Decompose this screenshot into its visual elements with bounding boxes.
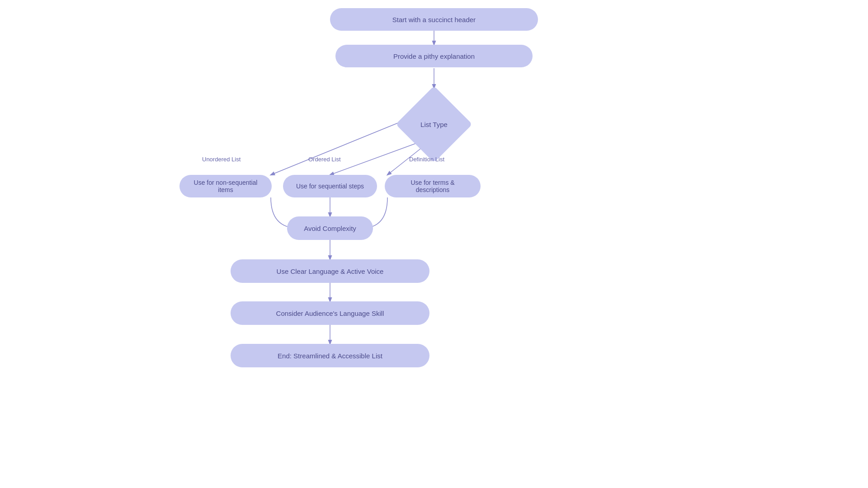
start-header-node: Start with a succinct header bbox=[330, 8, 538, 31]
avoid-complexity-node: Avoid Complexity bbox=[287, 216, 373, 240]
non-sequential-node: Use for non-sequential items bbox=[179, 175, 272, 197]
audience-skill-node: Consider Audience's Language Skill bbox=[231, 301, 429, 325]
connectors bbox=[0, 0, 868, 488]
pithy-explanation-node: Provide a pithy explanation bbox=[335, 45, 533, 67]
unordered-branch-label: Unordered List bbox=[202, 156, 241, 163]
flowchart-diagram: Start with a succinct header Provide a p… bbox=[0, 0, 868, 488]
end-node: End: Streamlined & Accessible List bbox=[231, 344, 429, 367]
list-type-diamond: List Type bbox=[398, 88, 470, 160]
sequential-steps-node: Use for sequential steps bbox=[283, 175, 377, 197]
terms-descriptions-node: Use for terms & descriptions bbox=[385, 175, 481, 197]
ordered-branch-label: Ordered List bbox=[308, 156, 341, 163]
definition-branch-label: Definition List bbox=[409, 156, 444, 163]
svg-line-2 bbox=[271, 118, 409, 175]
clear-language-node: Use Clear Language & Active Voice bbox=[231, 259, 429, 283]
